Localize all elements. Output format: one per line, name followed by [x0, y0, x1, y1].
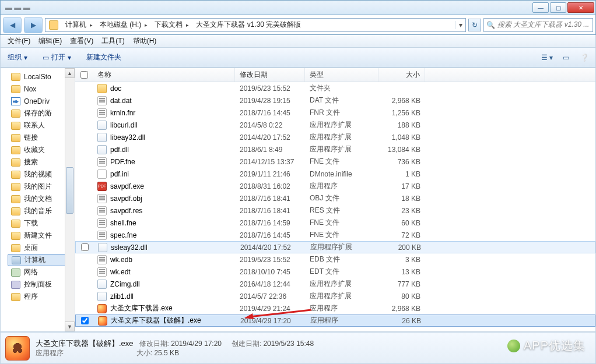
comp-icon: [12, 256, 21, 264]
details-created: 2019/5/23 15:48: [263, 340, 314, 348]
file-size: 188 KB: [378, 121, 425, 129]
file-type: 应用程序: [305, 181, 378, 191]
tree-label: Nox: [24, 85, 36, 93]
close-button[interactable]: ✕: [567, 2, 594, 13]
view-options-button[interactable]: ☰ ▾: [539, 51, 555, 64]
breadcrumb-dropdown[interactable]: ▾: [455, 21, 465, 29]
column-size[interactable]: 大小: [378, 68, 425, 82]
breadcrumb[interactable]: 计算机▸ 本地磁盘 (H:)▸ 下载文档▸ 大圣文库下载器 v1.30 完美破解…: [45, 18, 466, 32]
help-button[interactable]: ❔: [577, 51, 592, 64]
file-name: wk.edb: [110, 256, 132, 264]
crumb-drive[interactable]: 本地磁盘 (H:)▸: [96, 20, 151, 30]
row-checkbox[interactable]: [81, 243, 89, 251]
fold-icon: [11, 244, 20, 252]
file-row[interactable]: spec.fne 2018/7/16 14:45 FNE 文件 72 KB: [75, 229, 595, 241]
scroll-up-icon[interactable]: ▲: [65, 68, 75, 78]
sidebar-scrollbar[interactable]: ▲ ▼: [65, 68, 75, 331]
dll-icon: [97, 145, 107, 154]
scroll-thumb[interactable]: [66, 167, 73, 214]
file-row[interactable]: libcurl.dll 2014/5/8 0:22 应用程序扩展 188 KB: [75, 119, 595, 131]
file-size: 736 KB: [378, 158, 425, 166]
tree-item-15[interactable]: 计算机: [8, 254, 72, 266]
select-all-checkbox[interactable]: [80, 71, 88, 79]
menu-help[interactable]: 帮助(H): [129, 35, 160, 47]
file-row[interactable]: PDFsavpdf.exe 2018/8/31 16:02 应用程序 17 KB: [75, 180, 595, 192]
chevron-down-icon: ▾: [68, 54, 71, 62]
file-name: savpdf.res: [110, 207, 142, 215]
file-row[interactable]: 大圣文库下载器【破解】.exe 2019/4/29 17:20 应用程序 26 …: [75, 314, 595, 327]
file-row[interactable]: wk.edb 2019/5/23 15:52 EDB 文件 3 KB: [75, 253, 595, 266]
computer-icon: [49, 20, 58, 30]
tree-label: 新建文件: [24, 231, 52, 241]
file-row[interactable]: savpdf.obj 2018/7/16 18:41 OBJ 文件 18 KB: [75, 192, 595, 204]
file-row[interactable]: shell.fne 2018/7/16 14:59 FNE 文件 60 KB: [75, 217, 595, 229]
file-date: 2014/5/8 0:22: [235, 121, 305, 129]
file-name: doc: [110, 84, 121, 93]
dll-icon: [98, 243, 107, 252]
file-size: 72 KB: [378, 231, 425, 239]
file-size: 2,968 KB: [378, 97, 425, 105]
pdf-icon: PDF: [97, 182, 107, 191]
menu-edit[interactable]: 编辑(E): [35, 35, 65, 47]
titlebar-left-icons: ▬ ▬ ▬: [2, 3, 30, 12]
menu-view[interactable]: 查看(V): [66, 35, 97, 47]
file-row[interactable]: dat.dat 2019/4/28 19:15 DAT 文件 2,968 KB: [75, 94, 595, 107]
dll-icon: [97, 280, 107, 289]
file-size: 23 KB: [378, 207, 425, 215]
crumb-folder2[interactable]: 大圣文库下载器 v1.30 完美破解版: [192, 20, 304, 30]
file-name: pdf.dll: [110, 146, 129, 154]
minimize-button[interactable]: —: [532, 2, 549, 13]
file-row[interactable]: krnln.fnr 2018/7/16 14:45 FNR 文件 1,256 K…: [75, 107, 595, 119]
forward-button[interactable]: ▶: [24, 17, 43, 33]
menu-file[interactable]: 文件(F): [4, 35, 34, 47]
file-row[interactable]: pdf.dll 2018/6/1 8:49 应用程序扩展 13,084 KB: [75, 143, 595, 156]
crumb-folder1[interactable]: 下载文档▸: [151, 20, 192, 30]
file-row[interactable]: 大圣文库下载器.exe 2019/4/29 21:24 应用程序 2,968 K…: [75, 302, 595, 314]
file-type: EDT 文件: [305, 267, 378, 277]
file-row[interactable]: wk.edt 2018/10/10 7:45 EDT 文件 13 KB: [75, 266, 595, 278]
maximize-button[interactable]: ▢: [550, 2, 566, 13]
file-row[interactable]: libeay32.dll 2014/4/20 17:52 应用程序扩展 1,04…: [75, 131, 595, 143]
crumb-computer[interactable]: 计算机▸: [62, 20, 96, 30]
tree-label: LocalSto: [24, 73, 51, 81]
chevron-down-icon: ▾: [24, 54, 27, 62]
details-size: 25.5 KB: [154, 349, 179, 357]
column-date[interactable]: 修改日期: [235, 68, 305, 82]
tree-label: 计算机: [24, 255, 45, 265]
file-row[interactable]: ZCimg.dll 2016/4/18 12:44 应用程序扩展 777 KB: [75, 278, 595, 290]
file-type: 应用程序: [306, 316, 379, 326]
menu-tools[interactable]: 工具(T): [98, 35, 128, 47]
tree-label: 保存的游: [24, 108, 52, 118]
file-row[interactable]: savpdf.res 2018/7/16 18:41 RES 文件 23 KB: [75, 204, 595, 217]
file-size: 200 KB: [379, 243, 426, 252]
details-filename: 大圣文库下载器【破解】.exe: [36, 339, 134, 348]
search-input[interactable]: 🔍 搜索 大圣文库下载器 v1.30 ...: [483, 18, 593, 32]
file-name: libeay32.dll: [110, 133, 145, 142]
file-date: 2018/8/31 16:02: [235, 182, 305, 190]
refresh-button[interactable]: ↻: [468, 19, 481, 31]
column-name[interactable]: 名称: [93, 68, 235, 82]
file-row[interactable]: zlib1.dll 2014/5/7 22:36 应用程序扩展 80 KB: [75, 290, 595, 302]
file-row[interactable]: PDF.fne 2014/12/15 13:37 FNE 文件 736 KB: [75, 156, 595, 168]
row-checkbox[interactable]: [81, 317, 89, 324]
file-row[interactable]: ssleay32.dll 2014/4/20 17:52 应用程序扩展 200 …: [75, 241, 595, 253]
fold-icon: [11, 183, 20, 191]
file-date: 2018/6/1 8:49: [235, 146, 305, 154]
back-button[interactable]: ◀: [3, 17, 22, 33]
details-pane: 大圣文库下载器【破解】.exe 修改日期: 2019/4/29 17:20 创建…: [0, 332, 596, 364]
scroll-down-icon[interactable]: ▼: [65, 321, 75, 331]
file-size: 1,256 KB: [378, 109, 425, 117]
open-button[interactable]: ▭ 打开 ▾: [39, 51, 75, 64]
column-type[interactable]: 类型: [305, 68, 378, 82]
preview-pane-button[interactable]: ▭: [558, 51, 573, 64]
file-name: dat.dat: [110, 97, 132, 105]
file-name: zlib1.dll: [110, 292, 134, 301]
tree-label: 我的图片: [24, 182, 52, 192]
organize-button[interactable]: 组织 ▾: [4, 51, 31, 64]
search-icon: 🔍: [486, 21, 495, 29]
dll-icon: [97, 133, 107, 142]
new-folder-button[interactable]: 新建文件夹: [83, 51, 125, 64]
file-row[interactable]: pdf.ini 2019/1/11 21:46 DMnote.inifile 1…: [75, 168, 595, 180]
file-row[interactable]: doc 2019/5/23 15:52 文件夹: [75, 82, 595, 94]
navigation-tree[interactable]: LocalStoNoxOneDriv保存的游联系人链接收藏夹搜索我的视频我的图片…: [1, 68, 75, 331]
